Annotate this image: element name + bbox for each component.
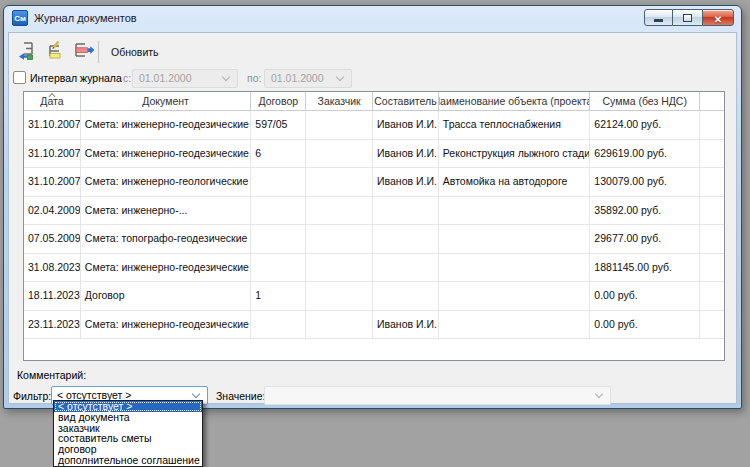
- edit-entry-icon: [44, 40, 68, 64]
- table-cell: [439, 254, 591, 282]
- table-cell: Смета: инженерно-геодезические ...: [81, 311, 251, 339]
- column-header[interactable]: Заказчик: [306, 92, 373, 110]
- table-cell: Смета: инженерно-...: [81, 197, 251, 225]
- table-cell: [306, 197, 373, 225]
- table-header: ДатаДокументДоговорЗаказчикСоставительНа…: [24, 92, 724, 111]
- column-header-label: Наименование объекта (проекта): [439, 95, 591, 107]
- table-cell: Смета: инженерно-геодезические ...: [81, 111, 251, 139]
- filter-option[interactable]: вид документа: [54, 412, 202, 423]
- table-cell: [251, 225, 306, 253]
- delete-entry-icon: [71, 40, 95, 64]
- desktop-background: См Журнал документов: [0, 0, 750, 467]
- table-cell: 6: [251, 140, 306, 168]
- table-cell: 18.11.2023: [24, 282, 81, 310]
- table-cell: Договор: [81, 282, 251, 310]
- delete-entry-button[interactable]: [69, 40, 96, 64]
- table-cell: [306, 282, 373, 310]
- column-header-label: Договор: [258, 95, 298, 107]
- table-cell: 629619.00 руб.: [590, 140, 700, 168]
- table-row[interactable]: 31.10.2007Смета: инженерно-геологические…: [24, 168, 724, 197]
- table-cell: [306, 111, 373, 139]
- table-cell: 31.10.2007: [24, 111, 81, 139]
- close-button[interactable]: [702, 9, 734, 26]
- table-cell: Иванов И.И.: [373, 311, 439, 339]
- column-header-empty[interactable]: [700, 92, 724, 110]
- table-cell: 31.10.2007: [24, 140, 81, 168]
- toolbar: Обновить: [15, 39, 167, 65]
- minimize-button[interactable]: [644, 9, 673, 26]
- maximize-icon: [683, 14, 692, 22]
- table-cell: [251, 168, 306, 196]
- table-cell: 31.08.2023: [24, 254, 81, 282]
- table-cell: [700, 197, 724, 225]
- interval-to-datepicker: 01.01.2000: [264, 69, 352, 88]
- interval-checkbox[interactable]: [13, 71, 26, 84]
- table-cell: [373, 282, 439, 310]
- chevron-down-icon: [192, 390, 200, 398]
- table-cell: [439, 225, 591, 253]
- column-header[interactable]: Дата: [24, 92, 81, 110]
- table-row[interactable]: 31.10.2007Смета: инженерно-геодезические…: [24, 111, 724, 140]
- chevron-down-icon: [336, 73, 344, 81]
- table-cell: [373, 254, 439, 282]
- table-cell: Трасса теплоснабжения: [439, 111, 591, 139]
- close-icon: [714, 9, 722, 27]
- column-header-label: Документ: [142, 95, 189, 107]
- table-cell: [373, 197, 439, 225]
- column-header-label: Заказчик: [318, 95, 361, 107]
- filter-label: Фильтр:: [13, 390, 51, 402]
- table-cell: 130079.00 руб.: [590, 168, 700, 196]
- table-row[interactable]: 31.10.2007Смета: инженерно-геодезические…: [24, 140, 724, 169]
- table-cell: [306, 140, 373, 168]
- table-cell: Реконструкция лыжного стадио...: [439, 140, 591, 168]
- titlebar[interactable]: См Журнал документов: [4, 6, 741, 32]
- filter-option[interactable]: дополнительное соглашение: [54, 455, 202, 466]
- minimize-icon: [654, 19, 663, 22]
- table-cell: [700, 168, 724, 196]
- app-icon: См: [12, 10, 28, 26]
- table-cell: [306, 254, 373, 282]
- table-cell: [700, 111, 724, 139]
- documents-table: ДатаДокументДоговорЗаказчикСоставительНа…: [23, 91, 725, 361]
- table-cell: 1: [251, 282, 306, 310]
- column-header[interactable]: Составитель: [373, 92, 439, 110]
- column-header[interactable]: Документ: [81, 92, 252, 110]
- table-cell: Смета: инженерно-геодезические ...: [81, 254, 251, 282]
- filter-option[interactable]: < отсутствует >: [54, 401, 202, 412]
- table-row[interactable]: 31.08.2023Смета: инженерно-геодезические…: [24, 254, 724, 283]
- table-cell: [251, 254, 306, 282]
- table-row[interactable]: 07.05.2009Смета: топографо-геодезические…: [24, 225, 724, 254]
- edit-entry-button[interactable]: [42, 40, 69, 64]
- interval-from-label: с:: [123, 72, 131, 84]
- table-cell: [700, 282, 724, 310]
- table-cell: [306, 311, 373, 339]
- filter-option[interactable]: заказчик: [54, 423, 202, 434]
- column-header[interactable]: Договор: [251, 92, 306, 110]
- table-cell: [700, 225, 724, 253]
- column-header-label: Составитель: [374, 95, 436, 107]
- table-row[interactable]: 02.04.2009Смета: инженерно-...35892.00 р…: [24, 197, 724, 226]
- table-cell: 0.00 руб.: [590, 282, 700, 310]
- interval-checkbox-label: Интервал журнала: [30, 72, 122, 84]
- maximize-button[interactable]: [673, 9, 702, 26]
- journal-interval-row: Интервал журнала с: 01.01.2000 по: 01.01…: [9, 69, 736, 91]
- table-row[interactable]: 18.11.2023Договор10.00 руб.: [24, 282, 724, 311]
- table-row[interactable]: 23.11.2023Смета: инженерно-геодезические…: [24, 311, 724, 340]
- column-header[interactable]: Наименование объекта (проекта): [439, 92, 591, 110]
- table-cell: Иванов И.И.: [373, 140, 439, 168]
- add-entry-button[interactable]: [15, 40, 42, 64]
- table-cell: Иванов И.И.: [373, 168, 439, 196]
- table-cell: Смета: инженерно-геодезические ...: [81, 140, 251, 168]
- table-cell: [306, 225, 373, 253]
- table-cell: 597/05: [251, 111, 306, 139]
- table-cell: [439, 311, 591, 339]
- table-cell: 29677.00 руб.: [590, 225, 700, 253]
- filter-option[interactable]: договор: [54, 444, 202, 455]
- column-header[interactable]: Сумма (без НДС): [590, 92, 700, 110]
- interval-to-value: 01.01.2000: [271, 70, 324, 87]
- filter-dropdown-list: < отсутствует >вид документазаказчиксост…: [53, 400, 203, 467]
- table-cell: [439, 197, 591, 225]
- filter-option[interactable]: составитель сметы: [54, 433, 202, 444]
- refresh-button[interactable]: Обновить: [103, 42, 167, 62]
- table-cell: 1881145.00 руб.: [590, 254, 700, 282]
